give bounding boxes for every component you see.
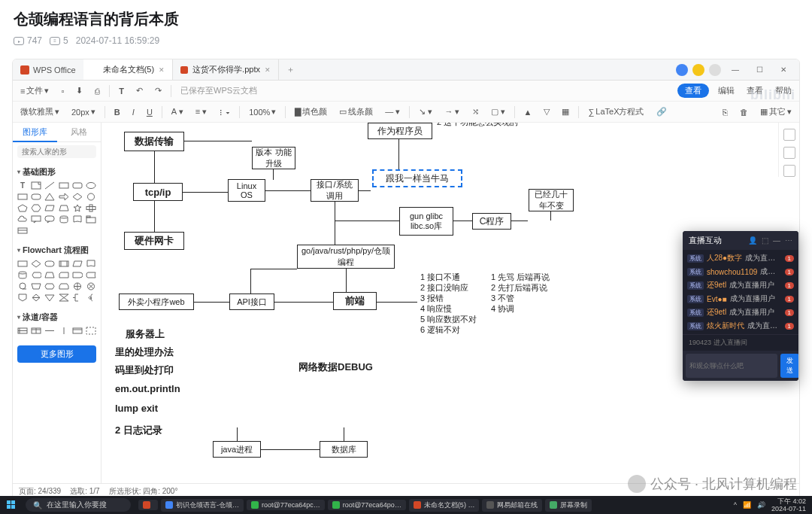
live-gift-icon[interactable]: ⬚	[762, 236, 768, 245]
italic-icon[interactable]: I	[129, 106, 138, 118]
copy-icon[interactable]: ⎘	[720, 106, 731, 118]
line-color[interactable]: ▭ 线条颜	[336, 105, 376, 119]
node-api[interactable]: API接口	[229, 293, 274, 310]
line-style-icon[interactable]: — ▾	[382, 105, 403, 118]
node-decades[interactable]: 已经几十年不变	[529, 189, 574, 211]
live-chat-panel[interactable]: 直播互动 👤 ⬚ — ⋯ 系统人28●数字成为直播用户1系统showchou11…	[683, 231, 798, 381]
fc-terminator[interactable]	[44, 260, 55, 268]
sw-cont[interactable]	[72, 327, 83, 335]
node-tcpip[interactable]: tcp/ip	[133, 183, 183, 201]
taskbar-task[interactable]: 屏幕录制	[545, 499, 592, 512]
node-frontend[interactable]: 前端	[333, 292, 377, 310]
latex-button[interactable]: ∑ LaTeX方程式	[585, 105, 647, 119]
rail-history-icon[interactable]	[783, 165, 795, 177]
shape-cross[interactable]	[86, 204, 96, 212]
live-min-icon[interactable]: —	[773, 236, 780, 245]
node-syscall[interactable]: 接口/系统调用	[311, 179, 359, 202]
taskbar-task[interactable]: root@77eca64pc…	[247, 500, 325, 510]
shape-text[interactable]: T	[17, 181, 28, 190]
fc-data[interactable]	[72, 260, 83, 268]
new-tab-button[interactable]: ＋	[279, 64, 302, 75]
shape-callout1[interactable]	[31, 215, 41, 224]
fc-sort[interactable]	[31, 293, 41, 302]
view-pill[interactable]: 查看	[677, 84, 709, 98]
layer-front-icon[interactable]: ▲	[521, 106, 535, 118]
taskbar-task[interactable]: root@77eca64po…	[328, 500, 406, 510]
node-langs[interactable]: go/java/rust/php/py/仓颉编程	[297, 245, 395, 269]
print-icon[interactable]: ⎙	[92, 85, 103, 97]
fc-man[interactable]	[31, 282, 41, 290]
panel-tab-style[interactable]: 风格	[57, 123, 102, 142]
fc-brace[interactable]	[86, 293, 96, 302]
menu-edit[interactable]: 编辑	[715, 84, 738, 98]
fc-disp[interactable]	[31, 271, 41, 279]
delete-icon[interactable]: 🗑	[737, 106, 751, 118]
rail-page-icon[interactable]	[783, 129, 795, 141]
shape-doc[interactable]	[72, 215, 83, 224]
fc-or[interactable]	[72, 282, 83, 290]
shape-triangle[interactable]	[44, 193, 55, 201]
tray-up-icon[interactable]: ^	[734, 501, 737, 509]
rail-layers-icon[interactable]	[783, 147, 795, 159]
fc-delay[interactable]	[72, 271, 83, 279]
fc-mi[interactable]	[44, 271, 55, 279]
live-chat-input[interactable]	[686, 354, 777, 378]
sw-v[interactable]	[31, 327, 41, 335]
layer-back-icon[interactable]: ▽	[541, 105, 553, 118]
sw-group[interactable]	[86, 327, 96, 335]
menu-icon[interactable]	[709, 64, 721, 76]
zoom-level[interactable]: 100% ▾	[246, 105, 279, 118]
menu-button[interactable]: ≡ 文件 ▾	[17, 84, 52, 98]
shape-ellipse[interactable]	[86, 181, 96, 190]
shape-pentagon[interactable]	[17, 204, 28, 212]
shape-rarrow[interactable]	[59, 193, 69, 201]
shape-cyl[interactable]	[59, 215, 69, 224]
shape-rect2[interactable]	[17, 193, 28, 201]
fc-annot[interactable]	[72, 293, 83, 302]
fc-coll[interactable]	[59, 293, 69, 302]
export-icon[interactable]: ⬇	[73, 84, 86, 97]
fc-merge[interactable]	[44, 293, 55, 302]
shape-rect[interactable]	[59, 181, 69, 190]
more-menu[interactable]: ▦ 其它 ▾	[757, 105, 795, 119]
tray-net-icon[interactable]: 📶	[743, 501, 751, 509]
shape-note[interactable]	[31, 181, 41, 190]
close-icon[interactable]: ✕	[159, 66, 165, 74]
live-send-button[interactable]: 发送	[780, 354, 798, 378]
font-select[interactable]: 微软雅黑 ▾	[17, 105, 62, 119]
panel-tab-shapes[interactable]: 图形库	[13, 123, 57, 142]
shape-search-input[interactable]	[17, 145, 96, 158]
taskbar-task[interactable]: 初识仓颉语言-仓颉…	[161, 499, 244, 512]
save-icon[interactable]: ▫	[58, 85, 67, 97]
document-tab-2[interactable]: 这货不你得学.pptx ✕	[173, 59, 279, 80]
node-gun[interactable]: gun glibc libc.so库	[399, 207, 453, 236]
valign-icon[interactable]: ⫶ ▾	[216, 106, 233, 118]
group-flowchart[interactable]: Flowchart 流程图	[17, 242, 96, 258]
text-tool-icon[interactable]: T	[116, 85, 127, 97]
fc-db[interactable]	[17, 271, 28, 279]
redo-icon[interactable]: ↷	[152, 84, 165, 97]
node-linux[interactable]: Linux OS	[228, 179, 265, 202]
node-cprog[interactable]: C程序	[472, 213, 511, 230]
shape-rrect[interactable]	[72, 181, 83, 190]
taskbar-search[interactable]: 🔍 在这里输入你要搜	[26, 498, 131, 512]
group-basic-shapes[interactable]: 基础图形	[17, 164, 96, 180]
start-button[interactable]	[0, 500, 23, 509]
node-javaproc[interactable]: java进程	[213, 441, 261, 458]
group-swimlane[interactable]: 泳道/容器	[17, 309, 96, 325]
flip-icon[interactable]: ⤭	[469, 105, 482, 118]
shape-diamond[interactable]	[72, 193, 83, 201]
node-data-trans[interactable]: 数据传输	[124, 132, 184, 151]
shape-icon[interactable]: ▢ ▾	[488, 105, 508, 118]
windows-taskbar[interactable]: 🔍 在这里输入你要搜 初识仓颉语言-仓颉…root@77eca64pc…root…	[0, 496, 812, 514]
sw-line[interactable]	[44, 327, 55, 335]
node-ver-upgrade[interactable]: 版本 功能 升级	[252, 147, 295, 169]
shape-trap[interactable]	[59, 204, 69, 212]
sw-vline[interactable]	[59, 327, 69, 335]
maximize-button[interactable]: ☐	[750, 62, 769, 78]
taskbar-task[interactable]: 未命名文档(5) …	[409, 499, 480, 512]
close-window-button[interactable]: ✕	[774, 62, 793, 78]
fc-doc[interactable]	[86, 260, 96, 268]
fc-decision[interactable]	[31, 260, 41, 268]
group-icon[interactable]: ▦	[559, 105, 572, 118]
